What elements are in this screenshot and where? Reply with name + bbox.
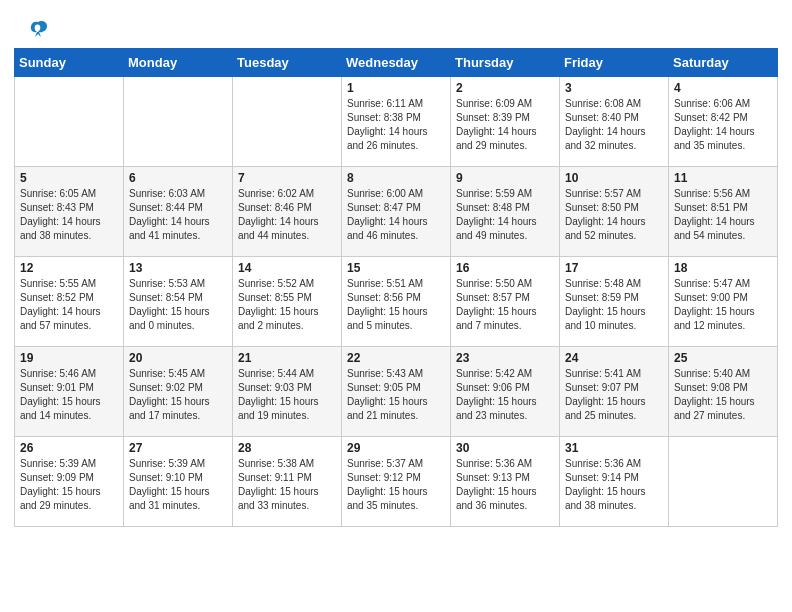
- calendar-week-row: 1Sunrise: 6:11 AMSunset: 8:38 PMDaylight…: [15, 77, 778, 167]
- day-number: 23: [456, 351, 554, 365]
- day-info: Sunrise: 5:38 AMSunset: 9:11 PMDaylight:…: [238, 457, 336, 513]
- calendar-cell: 20Sunrise: 5:45 AMSunset: 9:02 PMDayligh…: [124, 347, 233, 437]
- day-number: 1: [347, 81, 445, 95]
- day-number: 8: [347, 171, 445, 185]
- day-info: Sunrise: 6:00 AMSunset: 8:47 PMDaylight:…: [347, 187, 445, 243]
- day-info: Sunrise: 5:36 AMSunset: 9:14 PMDaylight:…: [565, 457, 663, 513]
- day-info: Sunrise: 5:53 AMSunset: 8:54 PMDaylight:…: [129, 277, 227, 333]
- day-info: Sunrise: 6:02 AMSunset: 8:46 PMDaylight:…: [238, 187, 336, 243]
- weekday-label: Tuesday: [233, 49, 342, 77]
- calendar-cell: [669, 437, 778, 527]
- day-number: 12: [20, 261, 118, 275]
- calendar-week-row: 5Sunrise: 6:05 AMSunset: 8:43 PMDaylight…: [15, 167, 778, 257]
- day-number: 16: [456, 261, 554, 275]
- day-info: Sunrise: 5:50 AMSunset: 8:57 PMDaylight:…: [456, 277, 554, 333]
- calendar-cell: 5Sunrise: 6:05 AMSunset: 8:43 PMDaylight…: [15, 167, 124, 257]
- day-number: 31: [565, 441, 663, 455]
- logo: [24, 18, 49, 40]
- day-info: Sunrise: 5:55 AMSunset: 8:52 PMDaylight:…: [20, 277, 118, 333]
- day-number: 29: [347, 441, 445, 455]
- day-number: 3: [565, 81, 663, 95]
- calendar-cell: 15Sunrise: 5:51 AMSunset: 8:56 PMDayligh…: [342, 257, 451, 347]
- day-info: Sunrise: 5:37 AMSunset: 9:12 PMDaylight:…: [347, 457, 445, 513]
- weekday-label: Wednesday: [342, 49, 451, 77]
- calendar-cell: 2Sunrise: 6:09 AMSunset: 8:39 PMDaylight…: [451, 77, 560, 167]
- day-info: Sunrise: 5:47 AMSunset: 9:00 PMDaylight:…: [674, 277, 772, 333]
- day-number: 9: [456, 171, 554, 185]
- calendar-cell: 1Sunrise: 6:11 AMSunset: 8:38 PMDaylight…: [342, 77, 451, 167]
- day-info: Sunrise: 5:39 AMSunset: 9:10 PMDaylight:…: [129, 457, 227, 513]
- calendar-cell: 21Sunrise: 5:44 AMSunset: 9:03 PMDayligh…: [233, 347, 342, 437]
- day-number: 27: [129, 441, 227, 455]
- day-number: 22: [347, 351, 445, 365]
- calendar-cell: 13Sunrise: 5:53 AMSunset: 8:54 PMDayligh…: [124, 257, 233, 347]
- day-info: Sunrise: 5:59 AMSunset: 8:48 PMDaylight:…: [456, 187, 554, 243]
- calendar-cell: 17Sunrise: 5:48 AMSunset: 8:59 PMDayligh…: [560, 257, 669, 347]
- calendar-cell: [15, 77, 124, 167]
- day-info: Sunrise: 6:05 AMSunset: 8:43 PMDaylight:…: [20, 187, 118, 243]
- day-info: Sunrise: 5:40 AMSunset: 9:08 PMDaylight:…: [674, 367, 772, 423]
- calendar-week-row: 12Sunrise: 5:55 AMSunset: 8:52 PMDayligh…: [15, 257, 778, 347]
- calendar-cell: 12Sunrise: 5:55 AMSunset: 8:52 PMDayligh…: [15, 257, 124, 347]
- calendar: SundayMondayTuesdayWednesdayThursdayFrid…: [0, 48, 792, 541]
- weekday-label: Saturday: [669, 49, 778, 77]
- calendar-cell: 29Sunrise: 5:37 AMSunset: 9:12 PMDayligh…: [342, 437, 451, 527]
- day-info: Sunrise: 6:08 AMSunset: 8:40 PMDaylight:…: [565, 97, 663, 153]
- day-info: Sunrise: 5:36 AMSunset: 9:13 PMDaylight:…: [456, 457, 554, 513]
- day-info: Sunrise: 5:56 AMSunset: 8:51 PMDaylight:…: [674, 187, 772, 243]
- day-info: Sunrise: 5:44 AMSunset: 9:03 PMDaylight:…: [238, 367, 336, 423]
- calendar-week-row: 19Sunrise: 5:46 AMSunset: 9:01 PMDayligh…: [15, 347, 778, 437]
- day-number: 2: [456, 81, 554, 95]
- calendar-cell: 9Sunrise: 5:59 AMSunset: 8:48 PMDaylight…: [451, 167, 560, 257]
- day-number: 19: [20, 351, 118, 365]
- day-info: Sunrise: 5:48 AMSunset: 8:59 PMDaylight:…: [565, 277, 663, 333]
- day-info: Sunrise: 6:03 AMSunset: 8:44 PMDaylight:…: [129, 187, 227, 243]
- day-number: 5: [20, 171, 118, 185]
- calendar-cell: [233, 77, 342, 167]
- calendar-table: SundayMondayTuesdayWednesdayThursdayFrid…: [14, 48, 778, 527]
- calendar-cell: [124, 77, 233, 167]
- calendar-cell: 18Sunrise: 5:47 AMSunset: 9:00 PMDayligh…: [669, 257, 778, 347]
- day-number: 4: [674, 81, 772, 95]
- day-number: 28: [238, 441, 336, 455]
- weekday-label: Sunday: [15, 49, 124, 77]
- calendar-cell: 30Sunrise: 5:36 AMSunset: 9:13 PMDayligh…: [451, 437, 560, 527]
- calendar-cell: 10Sunrise: 5:57 AMSunset: 8:50 PMDayligh…: [560, 167, 669, 257]
- day-number: 10: [565, 171, 663, 185]
- day-number: 30: [456, 441, 554, 455]
- day-number: 20: [129, 351, 227, 365]
- day-info: Sunrise: 5:51 AMSunset: 8:56 PMDaylight:…: [347, 277, 445, 333]
- calendar-cell: 7Sunrise: 6:02 AMSunset: 8:46 PMDaylight…: [233, 167, 342, 257]
- calendar-week-row: 26Sunrise: 5:39 AMSunset: 9:09 PMDayligh…: [15, 437, 778, 527]
- weekday-header-row: SundayMondayTuesdayWednesdayThursdayFrid…: [15, 49, 778, 77]
- day-info: Sunrise: 6:06 AMSunset: 8:42 PMDaylight:…: [674, 97, 772, 153]
- day-number: 7: [238, 171, 336, 185]
- weekday-label: Friday: [560, 49, 669, 77]
- day-info: Sunrise: 5:45 AMSunset: 9:02 PMDaylight:…: [129, 367, 227, 423]
- calendar-cell: 26Sunrise: 5:39 AMSunset: 9:09 PMDayligh…: [15, 437, 124, 527]
- weekday-label: Thursday: [451, 49, 560, 77]
- calendar-cell: 27Sunrise: 5:39 AMSunset: 9:10 PMDayligh…: [124, 437, 233, 527]
- day-info: Sunrise: 5:46 AMSunset: 9:01 PMDaylight:…: [20, 367, 118, 423]
- day-info: Sunrise: 5:57 AMSunset: 8:50 PMDaylight:…: [565, 187, 663, 243]
- logo-bird-icon: [27, 18, 49, 40]
- day-info: Sunrise: 6:11 AMSunset: 8:38 PMDaylight:…: [347, 97, 445, 153]
- calendar-cell: 28Sunrise: 5:38 AMSunset: 9:11 PMDayligh…: [233, 437, 342, 527]
- calendar-cell: 23Sunrise: 5:42 AMSunset: 9:06 PMDayligh…: [451, 347, 560, 437]
- day-info: Sunrise: 5:52 AMSunset: 8:55 PMDaylight:…: [238, 277, 336, 333]
- day-number: 26: [20, 441, 118, 455]
- calendar-cell: 31Sunrise: 5:36 AMSunset: 9:14 PMDayligh…: [560, 437, 669, 527]
- day-number: 14: [238, 261, 336, 275]
- calendar-cell: 25Sunrise: 5:40 AMSunset: 9:08 PMDayligh…: [669, 347, 778, 437]
- day-info: Sunrise: 5:41 AMSunset: 9:07 PMDaylight:…: [565, 367, 663, 423]
- day-number: 11: [674, 171, 772, 185]
- calendar-cell: 16Sunrise: 5:50 AMSunset: 8:57 PMDayligh…: [451, 257, 560, 347]
- day-number: 13: [129, 261, 227, 275]
- page-header: [0, 0, 792, 48]
- day-info: Sunrise: 5:43 AMSunset: 9:05 PMDaylight:…: [347, 367, 445, 423]
- calendar-cell: 4Sunrise: 6:06 AMSunset: 8:42 PMDaylight…: [669, 77, 778, 167]
- calendar-cell: 19Sunrise: 5:46 AMSunset: 9:01 PMDayligh…: [15, 347, 124, 437]
- weekday-label: Monday: [124, 49, 233, 77]
- day-number: 25: [674, 351, 772, 365]
- calendar-cell: 14Sunrise: 5:52 AMSunset: 8:55 PMDayligh…: [233, 257, 342, 347]
